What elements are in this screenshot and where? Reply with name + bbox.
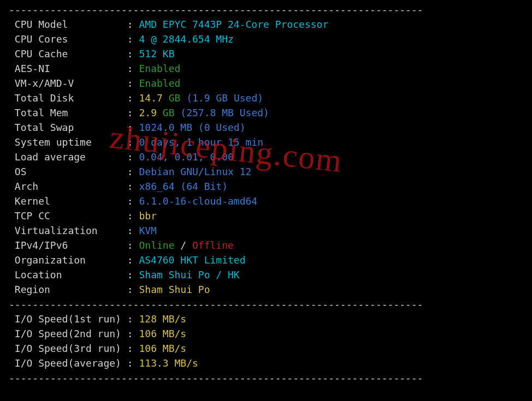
divider-top: ----------------------------------------… [9, 4, 423, 15]
label-io-2: I/O Speed(2nd run) [15, 328, 121, 339]
label-load: Load average [15, 151, 86, 163]
label-total-disk: Total Disk [15, 92, 74, 104]
label-os: OS [15, 166, 27, 177]
divider-mid: ----------------------------------------… [9, 298, 423, 310]
value-aes-ni: Enabled [139, 63, 180, 74]
terminal-output: ----------------------------------------… [0, 0, 532, 387]
value-disk-used: (1.9 GB Used) [186, 92, 263, 104]
value-cpu-cores: 4 @ 2844.654 MHz [139, 33, 233, 45]
value-uptime: 0 days, 1 hour 15 min [139, 136, 263, 148]
label-io-3: I/O Speed(3rd run) [15, 343, 121, 354]
label-uptime: System uptime [15, 136, 92, 148]
label-io-avg: I/O Speed(average) [15, 357, 121, 369]
value-io-1: 128 MB/s [139, 313, 186, 325]
label-cpu-model: CPU Model [15, 19, 68, 30]
value-disk-unit: GB [169, 92, 181, 104]
value-swap: 1024.0 MB (0 Used) [139, 122, 245, 133]
value-cpu-cache: 512 KB [139, 48, 174, 59]
value-arch: x86_64 (64 Bit) [139, 181, 228, 192]
label-io-1: I/O Speed(1st run) [15, 313, 121, 325]
value-kernel: 6.1.0-16-cloud-amd64 [139, 195, 257, 207]
value-disk-num: 14.7 [139, 92, 162, 104]
value-region: Sham Shui Po [139, 284, 210, 295]
value-tcpcc: bbr [139, 210, 157, 222]
value-cpu-model: AMD EPYC 7443P 24-Core Processor [139, 19, 328, 30]
value-org: AS4760 HKT Limited [139, 254, 245, 266]
value-ipv4: Online [139, 240, 174, 251]
watermark-text: zhujiceping.com [109, 130, 344, 169]
label-cpu-cores: CPU Cores [15, 33, 68, 45]
value-mem-num: 2.9 [139, 107, 157, 118]
label-location: Location [15, 269, 62, 280]
label-ipv: IPv4/IPv6 [15, 240, 68, 251]
label-region: Region [15, 284, 50, 295]
value-io-2: 106 MB/s [139, 328, 186, 339]
value-mem-unit: GB [163, 107, 175, 118]
label-virt: Virtualization [15, 225, 98, 236]
label-total-swap: Total Swap [15, 122, 74, 133]
label-cpu-cache: CPU Cache [15, 48, 68, 59]
label-tcpcc: TCP CC [15, 210, 50, 222]
value-virt: KVM [139, 225, 157, 236]
divider-bot: ----------------------------------------… [9, 372, 423, 384]
label-org: Organization [15, 254, 86, 266]
value-mem-used: (257.8 MB Used) [180, 107, 269, 118]
value-location: Sham Shui Po / HK [139, 269, 239, 280]
label-aes-ni: AES-NI [15, 63, 50, 74]
label-kernel: Kernel [15, 195, 50, 207]
value-io-avg: 113.3 MB/s [139, 357, 198, 369]
value-io-3: 106 MB/s [139, 343, 186, 354]
value-ipv6: Offline [192, 240, 234, 251]
label-vmx: VM-x/AMD-V [15, 77, 74, 89]
label-total-mem: Total Mem [15, 107, 68, 118]
label-arch: Arch [15, 181, 38, 192]
value-os: Debian GNU/Linux 12 [139, 166, 251, 177]
value-load: 0.04, 0.01, 0.00 [139, 151, 233, 163]
value-vmx: Enabled [139, 77, 180, 89]
